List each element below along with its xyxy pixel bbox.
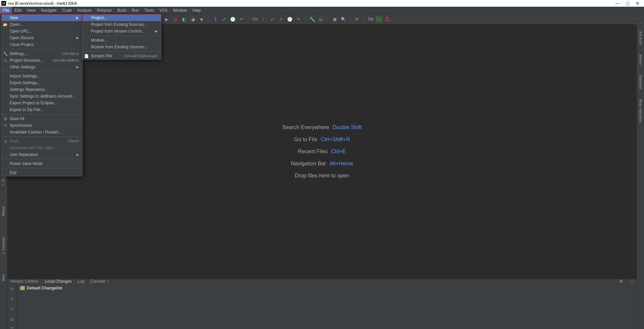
submenu-item-module-existing[interactable]: Module from Existing Sources... <box>83 44 161 50</box>
menu-item-new[interactable]: New▶ <box>2 14 82 21</box>
vcs-commit-icon[interactable]: ✔ <box>221 16 227 22</box>
vcs-revert-icon[interactable]: ↶ <box>238 16 245 22</box>
jrebel-icon[interactable]: ⟳ <box>354 16 361 22</box>
tab-local-changes[interactable]: Local Changes <box>45 279 71 284</box>
menu-item-line-separators[interactable]: Line Separators▶ <box>2 151 82 158</box>
tool-web[interactable]: Web <box>2 274 5 281</box>
tab-log[interactable]: Log <box>77 279 84 284</box>
menu-item-other-settings[interactable]: Other Settings▶ <box>2 64 82 70</box>
submenu-item-project-vcs[interactable]: Project from Version Control...▶ <box>83 28 161 35</box>
tool-jrebel[interactable]: JRebel <box>2 206 5 217</box>
close-tab-icon[interactable]: × <box>107 279 109 284</box>
menu-file[interactable]: File <box>0 7 12 14</box>
menu-item-import-settings[interactable]: Import Settings... <box>2 73 82 79</box>
menu-tools[interactable]: Tools <box>142 7 157 14</box>
menu-item-export-zip[interactable]: Export to Zip File... <box>2 106 82 113</box>
workspace: 7: Structure JRebel 2: Favorites Web Sea… <box>0 24 644 329</box>
menu-help[interactable]: Help <box>190 7 204 14</box>
vcs-history-icon[interactable]: 🕘 <box>229 16 236 22</box>
menu-item-open-url[interactable]: Open URL... <box>2 28 82 35</box>
menu-build[interactable]: Build <box>115 7 129 14</box>
menu-item-invalidate[interactable]: Invalidate Caches / Restart... <box>2 129 82 135</box>
submenu-item-scratch[interactable]: 📄 Scratch FileCtrl+Alt+Shift+Insert <box>83 53 161 59</box>
tool-bean[interactable]: Bean Validation <box>639 99 642 122</box>
tab-console[interactable]: Console × <box>90 279 109 284</box>
menu-separator <box>2 49 82 49</box>
rollback-icon[interactable]: ↶ <box>9 307 15 312</box>
menu-item-open-recent[interactable]: Open Recent▶ <box>2 35 82 41</box>
menu-item-associate[interactable]: Associate with File Type... <box>2 145 82 151</box>
tool-favorites[interactable]: 2: Favorites <box>2 237 5 254</box>
menu-item-export-settings[interactable]: Export Settings... <box>2 79 82 86</box>
git-commit-icon[interactable]: ✔ <box>269 16 276 22</box>
window-titlebar: IJ rice [E:\work\rice\rice-cloud] - Inte… <box>0 0 644 7</box>
debug-icon[interactable]: 🐞 <box>172 16 179 22</box>
git-clock-icon[interactable]: 🕘 <box>286 16 293 22</box>
hide-panel-icon[interactable]: — <box>629 279 634 284</box>
tool-database[interactable]: Database <box>639 75 642 89</box>
submenu-item-project-existing[interactable]: Project from Existing Sources... <box>83 21 161 28</box>
main-area: Search EverywhereDouble Shift Go to File… <box>7 24 637 329</box>
window-maximize-button[interactable]: ▢ <box>623 1 633 6</box>
menu-run[interactable]: Run <box>129 7 142 14</box>
editor-empty-state: Search EverywhereDouble Shift Go to File… <box>7 24 637 279</box>
gear-icon[interactable]: ⚙ <box>619 279 623 284</box>
menu-item-synchronize[interactable]: ⟳ Synchronize <box>2 122 82 129</box>
screenshot-icon[interactable]: ▣ <box>331 16 338 22</box>
git-undo-icon[interactable]: ↷ <box>295 16 302 22</box>
menu-separator <box>2 136 82 137</box>
project-structure-icon[interactable]: 🗂 <box>318 16 324 22</box>
default-changelist-row[interactable]: Default Changelist <box>20 286 633 290</box>
menu-vcs[interactable]: VCS <box>157 7 170 14</box>
profile-icon[interactable]: ◕ <box>190 16 196 22</box>
menu-item-open[interactable]: 📂 Open... <box>2 21 82 28</box>
menu-item-exit[interactable]: Exit <box>2 169 82 176</box>
menu-item-save-all[interactable]: 🖫 Save All <box>2 115 82 122</box>
vcs-update-icon[interactable]: ↧ <box>212 16 219 22</box>
menu-refactor[interactable]: Refactor <box>94 7 115 14</box>
settings-wrench-icon[interactable]: 🔧 <box>309 16 316 22</box>
menu-item-export-eclipse[interactable]: Export Project to Eclipse... <box>2 100 82 106</box>
run-play-icon[interactable]: ▶ <box>163 16 170 22</box>
window-minimize-button[interactable]: — <box>612 1 623 6</box>
tool-ant[interactable]: Ant Build <box>639 31 642 45</box>
menu-item-close-project[interactable]: Close Project <box>2 41 82 48</box>
toolbar-separator <box>248 16 249 22</box>
toolbar-separator <box>364 16 364 22</box>
menu-window[interactable]: Window <box>170 7 190 14</box>
hint-drop-files: Drop files here to open <box>295 173 349 179</box>
refresh-icon[interactable]: ⟳ <box>9 286 15 292</box>
menu-analyze[interactable]: Analyze <box>74 7 94 14</box>
profiler-icon[interactable]: 〰 <box>376 16 382 22</box>
coverage-icon[interactable]: ◧ <box>181 16 187 22</box>
wrench-icon: 🔧 <box>3 51 8 56</box>
menu-navigate[interactable]: Navigate <box>38 7 59 14</box>
diff-icon[interactable]: ⇄ <box>9 317 15 322</box>
sync-icon: ⟳ <box>3 123 8 128</box>
git-push-icon[interactable]: ↗ <box>278 16 284 22</box>
menu-separator <box>2 159 82 159</box>
tool-maven[interactable]: Maven <box>639 55 642 65</box>
commit-icon[interactable]: ✔ <box>9 296 15 302</box>
window-close-button[interactable]: ✕ <box>633 1 643 6</box>
menu-item-project-structure[interactable]: 🗂 Project Structure...Ctrl+Alt+Shift+S <box>2 57 82 64</box>
submenu-item-project[interactable]: Project... <box>83 14 161 21</box>
stop-icon[interactable]: ■ <box>198 16 205 22</box>
menu-item-print[interactable]: 🖨 Print...Ctrl+P <box>2 138 82 145</box>
menu-item-settings[interactable]: 🔧 Settings...Ctrl+Alt+S <box>2 50 82 57</box>
tail-label[interactable]: Tail <box>368 17 374 21</box>
search-icon[interactable]: 🔍 <box>340 16 347 22</box>
submenu-item-module[interactable]: Module... <box>83 37 161 44</box>
menu-item-settings-repo[interactable]: Settings Repository... <box>2 86 82 93</box>
toolbar-separator <box>208 16 209 22</box>
menu-edit[interactable]: Edit <box>12 7 24 14</box>
menu-item-sync-settings[interactable]: Sync Settings to JetBrains Account... <box>2 93 82 100</box>
forbid-icon[interactable]: 🚫 <box>384 16 391 22</box>
git-pull-icon[interactable]: ✓ <box>260 16 267 22</box>
vc-gutter: ⟳ ✔ ↶ ⇄ ☰ <box>7 284 17 329</box>
menu-view[interactable]: View <box>24 7 38 14</box>
menu-item-power-save[interactable]: Power Save Mode <box>2 160 82 167</box>
changelist-icon[interactable]: ☰ <box>9 327 15 329</box>
print-icon: 🖨 <box>3 139 8 144</box>
menu-code[interactable]: Code <box>59 7 74 14</box>
